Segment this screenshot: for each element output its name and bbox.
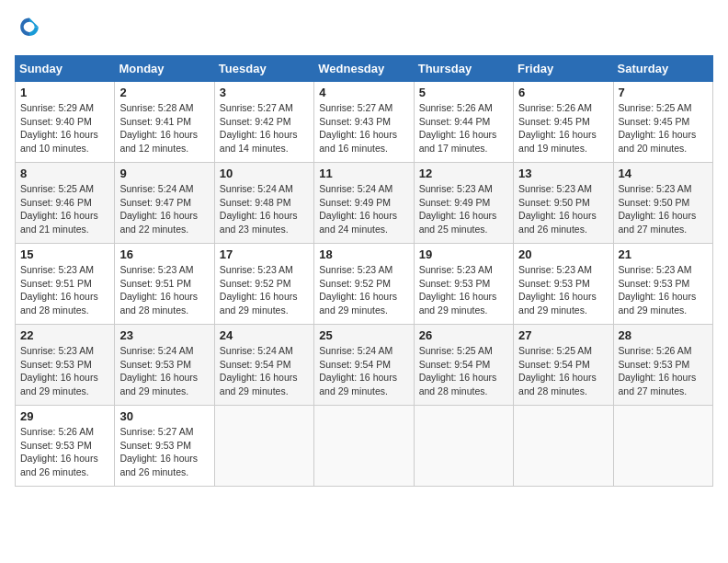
day-info: Sunrise: 5:24 AMSunset: 9:53 PMDaylight:… (119, 344, 209, 398)
weekday-header-thursday: Thursday (414, 56, 513, 82)
calendar-cell: 20Sunrise: 5:23 AMSunset: 9:53 PMDayligh… (514, 244, 613, 325)
calendar-cell: 6Sunrise: 5:26 AMSunset: 9:45 PMDaylight… (514, 82, 613, 163)
day-info: Sunrise: 5:26 AMSunset: 9:53 PMDaylight:… (20, 425, 109, 479)
weekday-header-friday: Friday (514, 56, 613, 82)
calendar-cell (613, 406, 712, 487)
calendar-cell: 1Sunrise: 5:29 AMSunset: 9:40 PMDaylight… (16, 82, 115, 163)
day-info: Sunrise: 5:25 AMSunset: 9:46 PMDaylight:… (20, 182, 109, 236)
calendar-cell: 7Sunrise: 5:25 AMSunset: 9:45 PMDaylight… (613, 82, 712, 163)
calendar-cell: 30Sunrise: 5:27 AMSunset: 9:53 PMDayligh… (115, 406, 214, 487)
day-info: Sunrise: 5:24 AMSunset: 9:49 PMDaylight:… (319, 182, 408, 236)
day-info: Sunrise: 5:23 AMSunset: 9:52 PMDaylight:… (220, 263, 309, 317)
day-number: 4 (319, 86, 408, 99)
day-number: 3 (220, 86, 309, 99)
calendar-cell: 27Sunrise: 5:25 AMSunset: 9:54 PMDayligh… (514, 325, 613, 406)
calendar-cell: 17Sunrise: 5:23 AMSunset: 9:52 PMDayligh… (214, 244, 313, 325)
day-info: Sunrise: 5:23 AMSunset: 9:53 PMDaylight:… (518, 263, 608, 317)
day-info: Sunrise: 5:23 AMSunset: 9:51 PMDaylight:… (20, 263, 109, 317)
calendar-cell: 19Sunrise: 5:23 AMSunset: 9:53 PMDayligh… (414, 244, 513, 325)
calendar-cell: 14Sunrise: 5:23 AMSunset: 9:50 PMDayligh… (613, 163, 712, 244)
day-number: 8 (20, 167, 109, 180)
day-number: 27 (518, 328, 608, 342)
day-info: Sunrise: 5:25 AMSunset: 9:45 PMDaylight:… (619, 101, 708, 155)
day-number: 24 (220, 328, 309, 342)
day-info: Sunrise: 5:23 AMSunset: 9:53 PMDaylight:… (619, 263, 708, 317)
day-number: 6 (518, 86, 608, 99)
day-number: 21 (619, 247, 708, 261)
day-number: 7 (619, 86, 708, 99)
page-header (15, 15, 713, 44)
week-row-5: 29Sunrise: 5:26 AMSunset: 9:53 PMDayligh… (16, 406, 713, 487)
calendar-cell: 3Sunrise: 5:27 AMSunset: 9:42 PMDaylight… (214, 82, 313, 163)
day-number: 26 (419, 328, 508, 342)
day-number: 20 (518, 247, 608, 261)
day-info: Sunrise: 5:23 AMSunset: 9:51 PMDaylight:… (119, 263, 209, 317)
calendar-cell: 24Sunrise: 5:24 AMSunset: 9:54 PMDayligh… (214, 325, 313, 406)
day-info: Sunrise: 5:25 AMSunset: 9:54 PMDaylight:… (419, 344, 508, 398)
calendar-cell: 4Sunrise: 5:27 AMSunset: 9:43 PMDaylight… (314, 82, 414, 163)
calendar-cell: 25Sunrise: 5:24 AMSunset: 9:54 PMDayligh… (314, 325, 414, 406)
week-row-3: 15Sunrise: 5:23 AMSunset: 9:51 PMDayligh… (16, 244, 713, 325)
calendar-cell: 5Sunrise: 5:26 AMSunset: 9:44 PMDaylight… (414, 82, 513, 163)
day-info: Sunrise: 5:23 AMSunset: 9:53 PMDaylight:… (20, 344, 109, 398)
day-info: Sunrise: 5:27 AMSunset: 9:53 PMDaylight:… (119, 425, 209, 479)
weekday-header-tuesday: Tuesday (214, 56, 313, 82)
day-number: 29 (20, 409, 109, 423)
logo-image (15, 15, 42, 44)
day-info: Sunrise: 5:26 AMSunset: 9:44 PMDaylight:… (419, 101, 508, 155)
day-number: 16 (119, 247, 209, 261)
calendar-table: SundayMondayTuesdayWednesdayThursdayFrid… (15, 55, 713, 487)
calendar-cell: 26Sunrise: 5:25 AMSunset: 9:54 PMDayligh… (414, 325, 513, 406)
week-row-2: 8Sunrise: 5:25 AMSunset: 9:46 PMDaylight… (16, 163, 713, 244)
day-info: Sunrise: 5:25 AMSunset: 9:54 PMDaylight:… (518, 344, 608, 398)
day-number: 18 (319, 247, 408, 261)
day-info: Sunrise: 5:26 AMSunset: 9:45 PMDaylight:… (518, 101, 608, 155)
logo (15, 15, 42, 44)
week-row-1: 1Sunrise: 5:29 AMSunset: 9:40 PMDaylight… (16, 82, 713, 163)
day-number: 22 (20, 328, 109, 342)
calendar-cell (214, 406, 313, 487)
day-number: 14 (619, 167, 708, 180)
day-number: 23 (119, 328, 209, 342)
day-info: Sunrise: 5:24 AMSunset: 9:54 PMDaylight:… (220, 344, 309, 398)
day-info: Sunrise: 5:27 AMSunset: 9:42 PMDaylight:… (220, 101, 309, 155)
day-number: 12 (419, 167, 508, 180)
day-number: 28 (619, 328, 708, 342)
day-info: Sunrise: 5:26 AMSunset: 9:53 PMDaylight:… (619, 344, 708, 398)
calendar-cell: 21Sunrise: 5:23 AMSunset: 9:53 PMDayligh… (613, 244, 712, 325)
calendar-cell: 13Sunrise: 5:23 AMSunset: 9:50 PMDayligh… (514, 163, 613, 244)
calendar-cell: 16Sunrise: 5:23 AMSunset: 9:51 PMDayligh… (115, 244, 214, 325)
calendar-cell: 8Sunrise: 5:25 AMSunset: 9:46 PMDaylight… (16, 163, 115, 244)
weekday-header-wednesday: Wednesday (314, 56, 414, 82)
day-number: 30 (119, 409, 209, 423)
weekday-header-row: SundayMondayTuesdayWednesdayThursdayFrid… (16, 56, 713, 82)
day-number: 5 (419, 86, 508, 99)
calendar-cell: 9Sunrise: 5:24 AMSunset: 9:47 PMDaylight… (115, 163, 214, 244)
calendar-cell: 12Sunrise: 5:23 AMSunset: 9:49 PMDayligh… (414, 163, 513, 244)
weekday-header-saturday: Saturday (613, 56, 712, 82)
day-number: 10 (220, 167, 309, 180)
day-info: Sunrise: 5:23 AMSunset: 9:50 PMDaylight:… (619, 182, 708, 236)
day-info: Sunrise: 5:23 AMSunset: 9:50 PMDaylight:… (518, 182, 608, 236)
calendar-cell: 2Sunrise: 5:28 AMSunset: 9:41 PMDaylight… (115, 82, 214, 163)
day-number: 11 (319, 167, 408, 180)
calendar-cell: 28Sunrise: 5:26 AMSunset: 9:53 PMDayligh… (613, 325, 712, 406)
weekday-header-monday: Monday (115, 56, 214, 82)
calendar-cell: 18Sunrise: 5:23 AMSunset: 9:52 PMDayligh… (314, 244, 414, 325)
calendar-cell: 11Sunrise: 5:24 AMSunset: 9:49 PMDayligh… (314, 163, 414, 244)
day-info: Sunrise: 5:24 AMSunset: 9:47 PMDaylight:… (119, 182, 209, 236)
day-info: Sunrise: 5:28 AMSunset: 9:41 PMDaylight:… (119, 101, 209, 155)
day-number: 13 (518, 167, 608, 180)
calendar-cell: 10Sunrise: 5:24 AMSunset: 9:48 PMDayligh… (214, 163, 313, 244)
calendar-cell (414, 406, 513, 487)
calendar-cell: 15Sunrise: 5:23 AMSunset: 9:51 PMDayligh… (16, 244, 115, 325)
calendar-cell (314, 406, 414, 487)
day-number: 15 (20, 247, 109, 261)
day-number: 17 (220, 247, 309, 261)
day-info: Sunrise: 5:23 AMSunset: 9:52 PMDaylight:… (319, 263, 408, 317)
day-info: Sunrise: 5:23 AMSunset: 9:49 PMDaylight:… (419, 182, 508, 236)
calendar-cell: 29Sunrise: 5:26 AMSunset: 9:53 PMDayligh… (16, 406, 115, 487)
day-number: 2 (119, 86, 209, 99)
day-number: 1 (20, 86, 109, 99)
day-number: 9 (119, 167, 209, 180)
